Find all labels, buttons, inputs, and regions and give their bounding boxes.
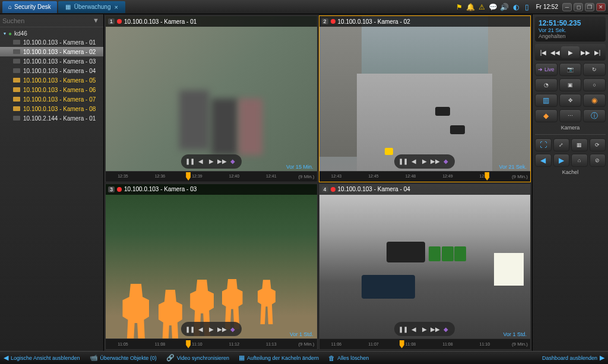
ptz-button[interactable]: ✥ bbox=[559, 94, 582, 107]
video-tile[interactable]: 2 10.100.0.103 - Kamera - 02 ❚❚ ◀ ▶ ▶▶ ◆… bbox=[319, 15, 531, 182]
toggle-logical-view[interactable]: ◀Logische Ansicht ausblenden bbox=[4, 354, 80, 362]
tile-title: 10.100.0.103 - Kamera - 04 bbox=[338, 186, 410, 192]
control-panel: 12:51:50.235 Vor 21 Sek. Angehalten |◀ ◀… bbox=[532, 14, 608, 351]
step-back-button[interactable]: ◀ bbox=[195, 324, 206, 334]
sync-icon[interactable]: ◐ bbox=[511, 2, 521, 12]
skip-end-button[interactable]: ▶| bbox=[591, 46, 603, 58]
clock-button[interactable]: ◔ bbox=[535, 78, 558, 91]
camera-item[interactable]: 10.100.0.103 - Kamera - 06 bbox=[0, 85, 103, 94]
forward-button[interactable]: ▶▶ bbox=[580, 46, 591, 58]
loop-button[interactable]: ↻ bbox=[583, 63, 606, 76]
pause-button[interactable]: ❚❚ bbox=[185, 156, 195, 167]
tree-root[interactable]: ▾ ● kd46 bbox=[0, 30, 103, 37]
video-tile[interactable]: 4 10.100.0.103 - Kamera - 04 ❚❚ ◀ ▶ ▶▶ ◆… bbox=[319, 183, 531, 350]
change-layout[interactable]: ▦Aufteilung der Kacheln ändern bbox=[239, 354, 319, 362]
record-button[interactable]: ○ bbox=[583, 78, 606, 91]
play-button[interactable]: ▶ bbox=[206, 156, 217, 167]
step-back-button[interactable]: ◀ bbox=[408, 324, 419, 334]
rewind-button[interactable]: ◀◀ bbox=[549, 46, 561, 58]
collapse-icon[interactable]: ▾ bbox=[4, 31, 6, 36]
step-fwd-button[interactable]: ▶▶ bbox=[430, 324, 441, 334]
grid-button[interactable]: ▦ bbox=[571, 138, 588, 151]
camera-mode-button[interactable]: 📷 bbox=[559, 63, 582, 76]
camera-item[interactable]: 10.100.0.103 - Kamera - 03 bbox=[0, 56, 103, 66]
options-button[interactable]: ⋯ bbox=[559, 109, 582, 122]
video-tile[interactable]: 3 10.100.0.103 - Kamera - 03 ❚❚ ◀ ▶ ▶▶ ◆… bbox=[105, 183, 318, 350]
play-button[interactable]: ▶ bbox=[206, 324, 217, 334]
step-fwd-button[interactable]: ▶▶ bbox=[430, 156, 441, 167]
clear-tile-button[interactable]: ⊘ bbox=[590, 154, 606, 167]
tab-label: Überwachung bbox=[74, 4, 111, 10]
timeline-playhead[interactable] bbox=[400, 340, 404, 349]
pause-button[interactable]: ❚❚ bbox=[185, 324, 195, 334]
info-button[interactable]: ⓘ bbox=[583, 109, 606, 122]
monitor-button[interactable]: ▥ bbox=[535, 94, 558, 107]
camera-item[interactable]: 10.100.0.103 - Kamera - 08 bbox=[0, 104, 103, 113]
chat-icon[interactable]: 💬 bbox=[489, 2, 498, 12]
camera-item[interactable]: 10.100.0.103 - Kamera - 01 bbox=[0, 37, 103, 47]
skip-start-button[interactable]: |◀ bbox=[537, 46, 549, 58]
pause-button[interactable]: ❚❚ bbox=[398, 156, 408, 167]
snapshot-button[interactable]: ▣ bbox=[559, 78, 582, 91]
globe-button[interactable]: ◉ bbox=[583, 94, 606, 107]
home-tab[interactable]: ⌂ Security Desk bbox=[2, 1, 57, 13]
play-button[interactable]: ▶ bbox=[419, 156, 430, 167]
tile-timeline[interactable]: 11:0511:0811:1011:1211:13 (9 Min.) bbox=[106, 338, 317, 349]
step-back-button[interactable]: ◀ bbox=[408, 156, 419, 167]
volume-icon[interactable]: 🔊 bbox=[500, 2, 509, 12]
filter-icon[interactable]: ▼ bbox=[93, 17, 101, 25]
tab-monitoring[interactable]: ▦ Überwachung × bbox=[58, 1, 125, 13]
prev-tile-button[interactable]: ◀ bbox=[535, 154, 552, 167]
play-button[interactable]: ▶ bbox=[561, 46, 580, 58]
device-icon[interactable]: ▯ bbox=[522, 2, 532, 12]
restore-button[interactable]: ❐ bbox=[585, 3, 594, 11]
step-fwd-button[interactable]: ▶▶ bbox=[217, 156, 227, 167]
timeline-playhead[interactable] bbox=[186, 340, 191, 349]
playback-time: 12:51:50.235 bbox=[539, 19, 602, 27]
live-button[interactable]: ➔Live bbox=[535, 63, 558, 76]
warning-icon[interactable]: ⚠ bbox=[477, 2, 487, 12]
bookmark-button[interactable]: ◆ bbox=[227, 156, 238, 167]
timeline-track[interactable]: 12:3512:3612:3912:4012:41 bbox=[108, 172, 293, 181]
maximize-button[interactable]: ◻ bbox=[574, 3, 583, 11]
timeline-track[interactable]: 11:0611:0711:0811:0811:10 bbox=[322, 340, 507, 349]
minimize-button[interactable]: ─ bbox=[562, 3, 572, 11]
toggle-dashboard[interactable]: Dashboard ausblenden▶ bbox=[542, 354, 604, 362]
close-tab-icon[interactable]: × bbox=[114, 4, 118, 11]
camera-item[interactable]: 10.100.0.103 - Kamera - 05 bbox=[0, 75, 103, 85]
video-tile[interactable]: 1 10.100.0.103 - Kamera - 01 ❚❚ ◀ ▶ ▶▶ ◆… bbox=[105, 15, 318, 182]
fullscreen-button[interactable]: ⛶ bbox=[535, 138, 552, 151]
step-back-button[interactable]: ◀ bbox=[195, 156, 206, 167]
sync-video[interactable]: 🔗Video synchronisieren bbox=[166, 354, 229, 362]
bookmark-button[interactable]: ◆ bbox=[441, 156, 451, 167]
refresh-button[interactable]: ⟳ bbox=[590, 138, 606, 151]
timeline-playhead[interactable] bbox=[186, 172, 191, 181]
clear-all[interactable]: 🗑Alles löschen bbox=[328, 354, 369, 362]
bookmark-button[interactable]: ◆ bbox=[227, 324, 238, 334]
camera-item[interactable]: 10.100.0.103 - Kamera - 04 bbox=[0, 66, 103, 75]
close-button[interactable]: ✕ bbox=[596, 3, 606, 11]
tile-timeline[interactable]: 11:0611:0711:0811:0811:10 (9 Min.) bbox=[319, 338, 531, 349]
flag-icon[interactable]: ⚑ bbox=[455, 2, 464, 12]
timeline-track[interactable]: 11:0511:0811:1011:1211:13 bbox=[108, 340, 293, 349]
timeline-track[interactable]: 12:4312:4512:4812:4912:51 bbox=[322, 172, 507, 181]
tile-timeline[interactable]: 12:3512:3612:3912:4012:41 (9 Min.) bbox=[106, 171, 317, 182]
step-fwd-button[interactable]: ▶▶ bbox=[217, 324, 227, 334]
camera-item[interactable]: 10.100.0.103 - Kamera - 02 bbox=[0, 47, 103, 56]
timeline-playhead[interactable] bbox=[484, 172, 489, 181]
next-tile-button[interactable]: ▶ bbox=[553, 154, 570, 167]
monitored-objects[interactable]: 📹Überwachte Objekte (0) bbox=[90, 354, 157, 362]
separator bbox=[535, 134, 606, 135]
home-tile-button[interactable]: ⌂ bbox=[571, 154, 588, 167]
expand-button[interactable]: ⤢ bbox=[553, 138, 570, 151]
tile-timeline[interactable]: 12:4312:4512:4812:4912:51 (9 Min.) bbox=[319, 171, 531, 182]
alarm-button[interactable]: ◆ bbox=[535, 109, 558, 122]
search-input[interactable] bbox=[2, 17, 93, 24]
bookmark-button[interactable]: ◆ bbox=[441, 324, 451, 334]
camera-item[interactable]: 10.100.0.103 - Kamera - 07 bbox=[0, 94, 103, 104]
camera-item[interactable]: 10.100.2.144 - Kamera - 01 bbox=[0, 113, 103, 123]
tile-header: 2 10.100.0.103 - Kamera - 02 bbox=[319, 16, 531, 27]
pause-button[interactable]: ❚❚ bbox=[398, 324, 408, 334]
play-button[interactable]: ▶ bbox=[419, 324, 430, 334]
bell-icon[interactable]: 🔔 bbox=[466, 2, 476, 12]
